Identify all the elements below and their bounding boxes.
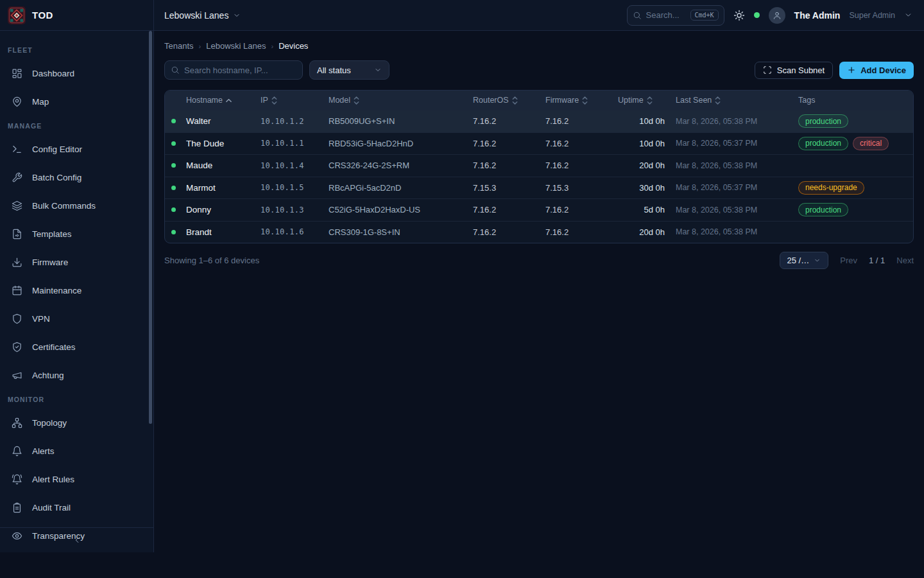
column-header-uptime[interactable]: Uptime [618,96,676,105]
sidebar-item-label: Dashboard [32,69,74,78]
sidebar-item-bulk-commands[interactable]: Bulk Commands [0,191,153,220]
device-routeros: 7.15.3 [473,183,545,193]
shield-icon [12,313,22,324]
status-online-dot [171,207,176,212]
sort-asc-icon [226,98,232,103]
sort-icon [715,96,721,105]
sidebar-item-label: Certificates [32,342,76,352]
device-hostname: Marmot [186,183,261,193]
sidebar-item-certificates[interactable]: Certificates [0,333,153,361]
device-hostname: Maude [186,161,261,170]
device-last-seen: Mar 8, 2026, 05:38 PM [676,206,798,215]
sidebar-item-audit-trail[interactable]: Audit Trail [0,493,153,521]
sidebar-item-maintenance[interactable]: Maintenance [0,276,153,304]
column-header-firmware[interactable]: Firmware [545,96,618,105]
table-row[interactable]: Donny 10.10.1.3 C52iG-5HaxD2HaxD-US 7.16… [165,198,913,221]
device-model: C52iG-5HaxD2HaxD-US [329,205,473,215]
column-header-last-seen[interactable]: Last Seen [676,96,798,105]
sidebar-section-fleet: FLEET [0,40,153,59]
sidebar-scrollbar[interactable] [149,31,152,424]
keyboard-shortcut-badge: Cmd+K [690,10,719,21]
bell-ring-icon [12,474,22,485]
device-routeros: 7.16.2 [473,116,545,126]
chevron-down-icon [233,12,241,19]
device-routeros: 7.16.2 [473,139,545,148]
layers-icon [12,200,22,211]
device-model: RBcAPGi-5acD2nD [329,183,473,193]
user-menu-chevron-down-icon[interactable] [904,11,912,19]
column-header-routeros[interactable]: RouterOS [473,96,545,105]
shield-check-icon [12,342,22,353]
page-size-select[interactable]: 25 /… [780,252,829,269]
device-search[interactable] [164,60,303,80]
scan-subnet-label: Scan Subnet [777,66,825,75]
device-uptime: 10d 0h [618,139,676,148]
device-hostname: Brandt [186,227,261,237]
user-avatar[interactable] [769,7,785,24]
tenant-switcher[interactable]: Lebowski Lanes [164,10,241,21]
column-header-model[interactable]: Model [329,96,473,105]
theme-toggle-sun-icon[interactable] [733,10,745,21]
status-online-dot [171,163,176,168]
table-row[interactable]: Maude 10.10.1.4 CRS326-24G-2S+RM 7.16.2 … [165,154,913,177]
sidebar-item-batch-config[interactable]: Batch Config [0,163,153,191]
table-row[interactable]: Marmot 10.10.1.5 RBcAPGi-5acD2nD 7.15.3 … [165,177,913,199]
tag-badge: production [798,137,848,150]
wrench-icon [12,172,22,183]
sidebar-item-alerts[interactable]: Alerts [0,437,153,465]
scan-icon [763,66,772,74]
status-filter-select[interactable]: All status [309,60,389,80]
sidebar-item-templates[interactable]: Templates [0,220,153,248]
global-search[interactable]: Cmd+K [627,5,724,26]
connection-status-dot [754,12,760,18]
sidebar-item-label: Topology [32,418,67,428]
sidebar-item-topology[interactable]: Topology [0,408,153,437]
sidebar-item-label: Alerts [32,446,55,456]
page-size-value: 25 /… [787,256,810,265]
device-model: CRS326-24G-2S+RM [329,161,473,170]
sidebar-item-label: Alert Rules [32,475,74,484]
tag-badge: critical [853,137,889,150]
app-title: TOD [32,10,53,21]
add-device-button[interactable]: Add Device [839,62,914,79]
table-row[interactable]: Walter 10.10.1.2 RB5009UG+S+IN 7.16.2 7.… [165,110,913,132]
column-header-ip[interactable]: IP [261,96,329,105]
device-ip: 10.10.1.3 [261,206,329,215]
device-model: RB5009UG+S+IN [329,116,473,126]
column-header-hostname[interactable]: Hostname [186,96,261,105]
sidebar-item-dashboard[interactable]: Dashboard [0,59,153,87]
device-last-seen: Mar 8, 2026, 05:38 PM [676,117,798,126]
scan-subnet-button[interactable]: Scan Subnet [755,62,833,79]
table-row[interactable]: The Dude 10.10.1.1 RBD53iG-5HacD2HnD 7.1… [165,132,913,155]
top-header: TOD Lebowski Lanes Cmd+K [0,0,924,31]
prev-page-button[interactable]: Prev [840,256,857,265]
sidebar-item-achtung[interactable]: Achtung [0,361,153,389]
sidebar-item-firmware[interactable]: Firmware [0,248,153,276]
global-search-input[interactable] [646,10,686,20]
sidebar-collapse-button[interactable] [0,527,153,552]
table-header-row: Hostname IP Model RouterOS Firmware Upti… [165,91,913,110]
sidebar-item-map[interactable]: Map [0,87,153,116]
app-logo-icon [8,6,26,24]
device-firmware: 7.16.2 [545,139,618,148]
plus-icon [847,66,856,74]
status-online-dot [171,119,176,123]
next-page-button[interactable]: Next [896,256,914,265]
sidebar-item-label: Templates [32,229,72,239]
breadcrumb-tenants[interactable]: Tenants [164,41,194,51]
device-ip: 10.10.1.2 [261,117,329,126]
megaphone-icon [12,370,22,381]
breadcrumb: Tenants › Lebowski Lanes › Devices [164,41,914,51]
sidebar-item-label: Config Editor [32,144,82,154]
sidebar-item-label: Audit Trail [32,503,71,512]
calendar-icon [12,285,22,296]
device-routeros: 7.16.2 [473,205,545,215]
device-search-input[interactable] [184,66,296,75]
table-footer: Showing 1–6 of 6 devices 25 /… Prev 1 / … [164,252,914,269]
breadcrumb-tenant-name[interactable]: Lebowski Lanes [206,41,266,51]
sidebar-item-alert-rules[interactable]: Alert Rules [0,465,153,493]
device-hostname: Donny [186,205,261,215]
table-row[interactable]: Brandt 10.10.1.6 CRS309-1G-8S+IN 7.16.2 … [165,221,913,243]
sidebar-item-vpn[interactable]: VPN [0,304,153,333]
sidebar-item-config-editor[interactable]: Config Editor [0,135,153,163]
